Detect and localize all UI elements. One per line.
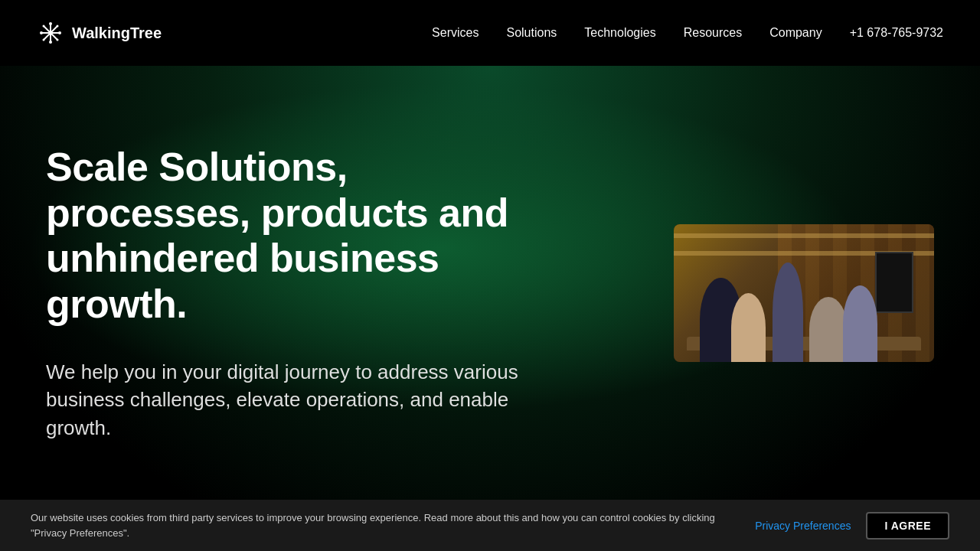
person-2 [731, 293, 766, 362]
hero-img-background [674, 224, 934, 362]
svg-point-12 [40, 31, 43, 34]
logo-icon [37, 19, 64, 47]
svg-point-15 [57, 39, 59, 41]
nav-item-solutions[interactable]: Solutions [506, 26, 557, 40]
phone-link[interactable]: +1 678-765-9732 [850, 26, 943, 40]
cookie-bar: Our website uses cookies from third part… [0, 500, 980, 551]
nav-item-technologies[interactable]: Technologies [584, 26, 655, 40]
shelf-1 [674, 233, 934, 238]
svg-point-10 [49, 22, 52, 25]
header: WalkingTree Services Solutions Technolog… [0, 0, 980, 66]
agree-button[interactable]: I AGREE [866, 512, 949, 540]
logo[interactable]: WalkingTree [37, 19, 162, 47]
cookie-actions: Privacy Preferences I AGREE [755, 512, 949, 540]
svg-line-8 [51, 26, 57, 33]
nav-item-resources[interactable]: Resources [684, 26, 742, 40]
nav-item-services[interactable]: Services [432, 26, 479, 40]
svg-point-11 [49, 41, 52, 44]
svg-line-6 [44, 26, 51, 33]
tv [875, 252, 913, 313]
cookie-message: Our website uses cookies from third part… [31, 510, 740, 540]
logo-text: WalkingTree [72, 24, 162, 42]
person-4 [809, 297, 848, 362]
person-3 [773, 262, 803, 362]
person-5 [843, 285, 877, 362]
hero-section: Scale Solutions, processes, products and… [0, 66, 980, 520]
svg-point-17 [43, 39, 45, 41]
svg-point-14 [43, 25, 45, 28]
svg-line-9 [44, 33, 51, 40]
hero-heading: Scale Solutions, processes, products and… [46, 145, 551, 328]
hero-subtext: We help you in your digital journey to a… [46, 358, 521, 442]
svg-point-16 [57, 25, 59, 28]
svg-line-7 [51, 33, 57, 40]
svg-point-13 [58, 31, 61, 34]
hero-image [674, 224, 934, 362]
privacy-preferences-link[interactable]: Privacy Preferences [755, 520, 851, 532]
main-nav: Services Solutions Technologies Resource… [432, 26, 943, 40]
hero-content: Scale Solutions, processes, products and… [46, 145, 551, 442]
hero-image-area [674, 224, 934, 362]
nav-item-company[interactable]: Company [769, 26, 822, 40]
